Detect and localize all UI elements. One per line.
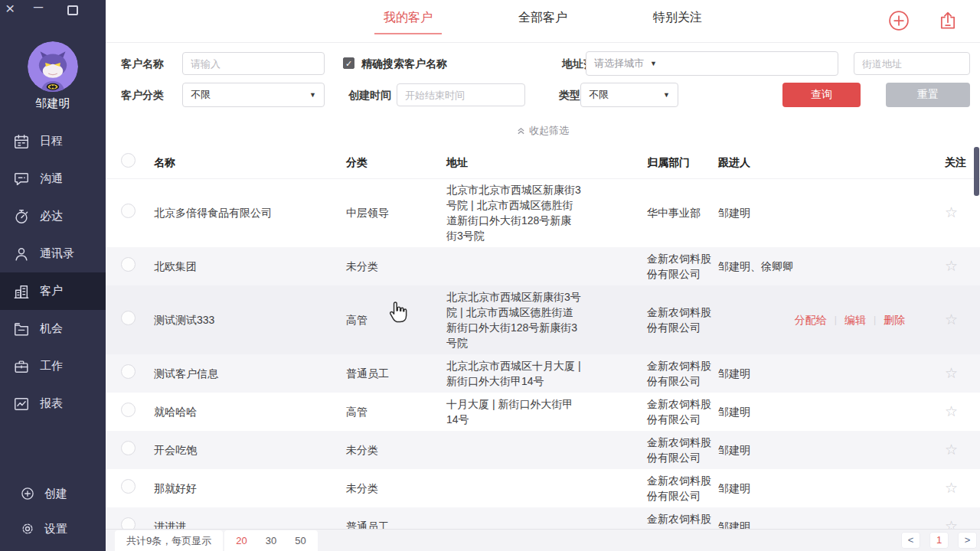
customer-category: 中层领导 bbox=[346, 205, 446, 220]
sidebar: × ─ 邹建明 日程沟通必达通讯录客户机会工作报表 创建设置 bbox=[0, 0, 106, 551]
table-row[interactable]: 开会吃饱未分类金新农饲料股份有限公司邹建明☆ bbox=[106, 431, 980, 469]
customer-follower: 邹建明 bbox=[718, 481, 934, 496]
customer-department: 金新农饲料股份有限公司 bbox=[647, 435, 718, 465]
table-row[interactable]: 北京多倍得食品有限公司中层领导北京市北京市西城区新康街3号院 | 北京市西城区德… bbox=[106, 178, 980, 247]
star-icon[interactable]: ☆ bbox=[945, 311, 958, 328]
row-action-assign[interactable]: 分配给 bbox=[795, 312, 827, 328]
customer-name[interactable]: 开会吃饱 bbox=[154, 442, 346, 458]
row-select-radio[interactable] bbox=[121, 204, 136, 218]
row-action-edit[interactable]: 编辑 bbox=[844, 312, 866, 328]
column-header: 地址 bbox=[446, 155, 647, 170]
row-select-radio[interactable] bbox=[121, 441, 136, 455]
create-time-input[interactable] bbox=[397, 83, 525, 106]
customer-category: 高管 bbox=[346, 404, 446, 419]
customer-address: 北京北京市西城区十月大厦 | 新街口外大街甲14号 bbox=[446, 358, 581, 389]
close-icon[interactable]: × bbox=[5, 1, 15, 16]
table-row[interactable]: 就哈哈哈高管十月大厦 | 新街口外大街甲14号金新农饲料股份有限公司邹建明☆ bbox=[106, 393, 980, 431]
customer-name[interactable]: 测试测试333 bbox=[154, 312, 346, 328]
customer-name[interactable]: 就哈哈哈 bbox=[154, 404, 346, 419]
next-page-button[interactable]: > bbox=[958, 532, 977, 549]
page-size-20[interactable]: 20 bbox=[236, 530, 247, 551]
customer-name[interactable]: 那就好好 bbox=[154, 481, 346, 496]
sidebar-item-create[interactable]: 创建 bbox=[0, 476, 106, 511]
collapse-filters-link[interactable]: 收起筛选 bbox=[106, 124, 980, 138]
export-icon[interactable] bbox=[937, 10, 959, 31]
customer-name-label: 客户名称 bbox=[121, 51, 164, 76]
sidebar-item-contacts[interactable]: 通讯录 bbox=[0, 235, 106, 272]
customer-category: 未分类 bbox=[346, 259, 446, 274]
prev-page-button[interactable]: < bbox=[901, 532, 920, 549]
star-icon[interactable]: ☆ bbox=[945, 365, 958, 381]
chat-icon bbox=[13, 171, 30, 187]
type-label: 类型 bbox=[559, 83, 580, 107]
add-customer-icon[interactable] bbox=[888, 10, 910, 31]
plus-circle-icon bbox=[20, 486, 35, 501]
customer-category: 普通员工 bbox=[346, 366, 446, 381]
sidebar-item-settings[interactable]: 设置 bbox=[0, 511, 106, 546]
street-address-input[interactable] bbox=[854, 52, 970, 75]
customer-department: 金新农饲料股份有限公司 bbox=[647, 396, 718, 427]
search-button[interactable]: 查询 bbox=[782, 83, 861, 107]
sidebar-item-opportunities[interactable]: 机会 bbox=[0, 310, 106, 347]
sidebar-item-customers[interactable]: 客户 bbox=[0, 272, 106, 310]
sidebar-item-communication[interactable]: 沟通 bbox=[0, 160, 106, 197]
customer-name[interactable]: 测试客户信息 bbox=[154, 366, 346, 381]
customer-follower: 分配给|编辑|删除 bbox=[718, 312, 934, 328]
sidebar-item-bida[interactable]: 必达 bbox=[0, 197, 106, 235]
maximize-icon[interactable] bbox=[67, 5, 78, 15]
current-page-button[interactable]: 1 bbox=[929, 532, 949, 549]
table-row[interactable]: 测试测试333高管北京北京市西城区新康街3号院 | 北京市西城区德胜街道新街口外… bbox=[106, 285, 980, 354]
row-select-radio[interactable] bbox=[121, 311, 136, 325]
customer-follower: 邹建明 bbox=[718, 404, 934, 419]
customer-name[interactable]: 北京多倍得食品有限公司 bbox=[154, 205, 346, 220]
star-icon[interactable]: ☆ bbox=[945, 258, 958, 274]
page-size-30[interactable]: 30 bbox=[266, 530, 276, 551]
customer-department: 金新农饲料股份有限公司 bbox=[647, 251, 718, 282]
column-header: 分类 bbox=[346, 155, 446, 170]
customer-name[interactable]: 北欧集团 bbox=[154, 259, 346, 274]
select-all-radio[interactable] bbox=[121, 153, 136, 168]
table-header: 名称分类地址归属部门跟进人关注 bbox=[106, 145, 980, 179]
tab-all-customers[interactable]: 全部客户 bbox=[509, 10, 577, 34]
minimize-icon[interactable]: ─ bbox=[34, 0, 43, 15]
exact-search-checkbox[interactable] bbox=[343, 57, 354, 69]
column-header: 名称 bbox=[154, 155, 346, 170]
building-icon bbox=[13, 283, 30, 300]
avatar[interactable] bbox=[28, 41, 78, 92]
customer-department: 金新农饲料股份有限公司 bbox=[647, 358, 718, 389]
star-icon[interactable]: ☆ bbox=[945, 204, 958, 220]
create-time-label: 创建时间 bbox=[348, 83, 391, 107]
customer-address: 十月大厦 | 新街口外大街甲14号 bbox=[446, 396, 581, 427]
calendar-icon bbox=[13, 133, 30, 150]
chevron-down-icon: ▼ bbox=[650, 60, 657, 67]
topbar: 我的客户全部客户特别关注 bbox=[106, 0, 980, 43]
row-select-radio[interactable] bbox=[121, 257, 136, 272]
star-icon[interactable]: ☆ bbox=[945, 442, 958, 458]
briefcase-icon bbox=[13, 358, 30, 375]
customer-name-input[interactable] bbox=[182, 52, 325, 75]
customer-follower: 邹建明 bbox=[718, 442, 934, 458]
chevrons-up-icon bbox=[517, 126, 525, 135]
row-select-radio[interactable] bbox=[121, 364, 136, 379]
sidebar-item-schedule[interactable]: 日程 bbox=[0, 122, 106, 160]
row-select-radio[interactable] bbox=[121, 479, 136, 494]
row-select-radio[interactable] bbox=[121, 403, 136, 417]
category-select[interactable]: 不限 ▼ bbox=[182, 83, 325, 107]
scrollbar-thumb[interactable] bbox=[974, 147, 979, 196]
type-select[interactable]: 不限 ▼ bbox=[580, 83, 678, 107]
table-footer: 共计9条，每页显示 203050 < 1 > bbox=[106, 529, 980, 551]
reset-button[interactable]: 重置 bbox=[886, 83, 970, 107]
star-icon[interactable]: ☆ bbox=[945, 480, 958, 496]
sidebar-item-work[interactable]: 工作 bbox=[0, 347, 106, 385]
sidebar-item-reports[interactable]: 报表 bbox=[0, 385, 106, 422]
tab-my-customers[interactable]: 我的客户 bbox=[374, 10, 442, 34]
star-icon[interactable]: ☆ bbox=[945, 403, 958, 419]
tab-special-follow[interactable]: 特别关注 bbox=[644, 10, 711, 34]
table-row[interactable]: 北欧集团未分类金新农饲料股份有限公司邹建明、徐卿卿☆ bbox=[106, 247, 980, 285]
contacts-icon bbox=[13, 246, 30, 262]
city-select[interactable]: 请选择城市 ▼ bbox=[586, 51, 838, 76]
row-action-delete[interactable]: 删除 bbox=[884, 312, 905, 328]
table-row[interactable]: 测试客户信息普通员工北京北京市西城区十月大厦 | 新街口外大街甲14号金新农饲料… bbox=[106, 354, 980, 393]
table-row[interactable]: 那就好好未分类金新农饲料股份有限公司邹建明☆ bbox=[106, 469, 980, 507]
page-size-50[interactable]: 50 bbox=[295, 530, 305, 551]
